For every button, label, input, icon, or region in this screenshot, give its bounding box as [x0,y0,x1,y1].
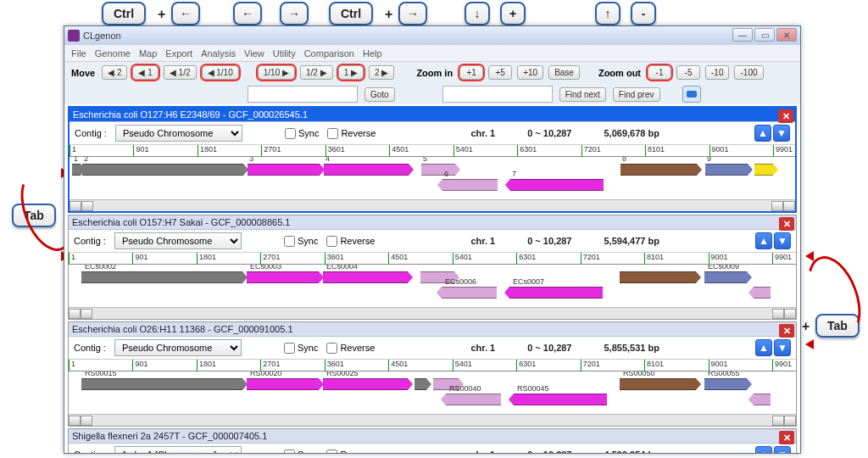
gene-feature[interactable]: 7 [510,179,604,191]
menu-view[interactable]: View [244,48,264,59]
zoomout-10[interactable]: -10 [705,65,729,80]
scroll-right-button[interactable] [772,416,784,426]
gene-feature[interactable]: ECs0002 [81,271,242,283]
track-down-button[interactable]: ▼ [773,125,790,142]
move-left-half[interactable]: ◀ 1/2 [164,65,197,80]
gene-feature[interactable]: 4 [324,164,409,176]
gene-feature[interactable]: RS00025 [323,378,408,390]
sync-checkbox[interactable]: Sync [284,236,318,247]
scroll-left-button[interactable] [70,201,81,211]
gene-feature[interactable]: RS00015 [81,378,242,390]
gene-feature[interactable] [754,394,771,405]
contig-select[interactable]: Pseudo Chromosome [114,339,242,356]
track-scrollbar[interactable] [69,414,796,426]
menu-utility[interactable]: Utility [273,48,296,59]
genome-track[interactable]: Escherichia coli O127:H6 E2348/69 - GCF_… [68,106,797,213]
menu-analysis[interactable]: Analysis [201,48,236,59]
reverse-checkbox[interactable]: Reverse [326,236,375,247]
track-down-button[interactable]: ▼ [774,339,791,356]
move-right-2[interactable]: 2 ▶ [369,65,394,80]
gene-feature[interactable]: 5 [421,164,455,176]
scroll-left-button[interactable] [69,309,81,319]
track-scrollbar[interactable] [69,307,796,319]
scroll-right-button[interactable] [783,201,795,211]
gene-feature[interactable]: ECs0004 [323,271,408,283]
scroll-right-button[interactable] [784,416,796,426]
track-close-button[interactable]: ✕ [779,324,794,338]
menu-file[interactable]: File [71,48,86,59]
gene-feature[interactable]: ECs0006 [442,287,497,299]
reverse-checkbox[interactable]: Reverse [326,450,375,454]
menu-help[interactable]: Help [363,48,382,59]
track-scrollbar[interactable] [70,199,795,211]
track-close-button[interactable]: ✕ [779,431,794,444]
scroll-right-button[interactable] [771,201,783,211]
minimize-button[interactable]: — [732,28,753,42]
gene-feature[interactable]: RS00040 [446,394,501,405]
gene-feature[interactable] [754,164,773,176]
genome-track[interactable]: Shigella flexneri 2a 2457T - GCF_0000074… [68,428,797,453]
reverse-checkbox[interactable]: Reverse [327,128,376,139]
find-input[interactable] [442,86,553,103]
gene-feature[interactable]: RS00055 [704,378,747,390]
menu-comparison[interactable]: Comparison [304,48,354,59]
zoomin-1[interactable]: +1 [459,65,483,80]
contig-select[interactable]: 1 chr. 1 [Chromosome] [114,446,242,453]
goto-input[interactable] [248,86,358,103]
gene-feature[interactable]: RS00045 [514,394,607,405]
move-right-1[interactable]: 1 ▶ [338,65,364,80]
scroll-left-button[interactable] [81,416,92,426]
genome-track[interactable]: Escherichia coli O157:H7 Sakai - GCF_000… [68,215,797,320]
menu-genome[interactable]: Genome [95,48,131,59]
genome-track[interactable]: Escherichia coli O26:H11 11368 - GCF_000… [68,321,797,427]
sync-checkbox[interactable]: Sync [285,128,319,139]
goto-button[interactable]: Goto [364,87,395,102]
gene-feature[interactable]: 2 [82,164,243,176]
sync-checkbox[interactable]: Sync [284,450,318,454]
zoomin-5[interactable]: +5 [488,65,512,80]
move-right-half[interactable]: 1/2 ▶ [300,65,333,80]
move-left-1[interactable]: ◀ 1 [132,65,158,80]
track-up-button[interactable]: ▲ [754,125,771,142]
gene-feature[interactable] [415,378,426,390]
sync-checkbox[interactable]: Sync [284,343,318,354]
track-close-button[interactable]: ✕ [778,109,793,123]
scroll-right-button[interactable] [772,309,784,319]
gene-feature[interactable]: ECs0007 [509,287,603,299]
contig-select[interactable]: Pseudo Chromosome [115,125,242,142]
gene-feature[interactable]: RS00050 [620,378,696,390]
zoom-base[interactable]: Base [548,65,580,80]
menu-export[interactable]: Export [165,48,192,59]
gene-feature[interactable]: RS00020 [247,378,319,390]
reverse-checkbox[interactable]: Reverse [326,343,375,354]
track-up-button[interactable]: ▲ [755,232,772,249]
track-up-button[interactable]: ▲ [755,446,772,453]
find-prev-button[interactable]: Find prev [613,87,660,102]
zoomout-100[interactable]: -100 [734,65,763,80]
track-up-button[interactable]: ▲ [755,339,772,356]
scroll-right-button[interactable] [784,309,796,319]
zoomout-1[interactable]: -1 [648,65,671,80]
find-next-button[interactable]: Find next [559,87,606,102]
window-close-button[interactable]: ✕ [776,28,797,42]
gene-feature[interactable]: ECs0009 [704,271,747,283]
scroll-left-button[interactable] [81,309,92,319]
gene-feature[interactable]: 8 [620,164,697,176]
track-down-button[interactable]: ▼ [774,446,791,453]
gene-feature[interactable] [754,287,771,299]
track-down-button[interactable]: ▼ [774,232,791,249]
maximize-button[interactable]: ▭ [754,28,775,42]
move-right-tenth[interactable]: 1/10 ▶ [258,65,295,80]
snapshot-button[interactable] [682,86,701,103]
gene-feature[interactable]: 6 [442,179,498,191]
gene-feature[interactable]: 9 [705,164,748,176]
gene-feature[interactable] [620,271,696,283]
gene-feature[interactable]: 3 [248,164,320,176]
zoomin-10[interactable]: +10 [517,65,543,80]
contig-select[interactable]: Pseudo Chromosome [114,232,242,249]
track-close-button[interactable]: ✕ [779,217,794,231]
move-left-2[interactable]: ◀ 2 [102,65,127,80]
move-left-tenth[interactable]: ◀ 1/10 [202,65,239,80]
scroll-left-button[interactable] [81,201,93,211]
menu-map[interactable]: Map [139,48,157,59]
